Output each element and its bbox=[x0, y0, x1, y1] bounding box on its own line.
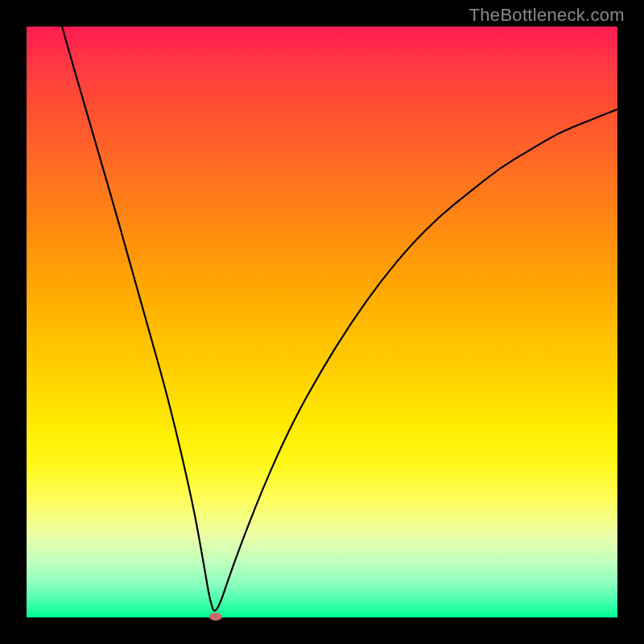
minimum-marker bbox=[209, 613, 222, 621]
chart-frame: TheBottleneck.com bbox=[0, 0, 644, 644]
curve-layer bbox=[27, 27, 617, 617]
watermark: TheBottleneck.com bbox=[469, 5, 625, 26]
bottleneck-curve bbox=[62, 27, 617, 611]
